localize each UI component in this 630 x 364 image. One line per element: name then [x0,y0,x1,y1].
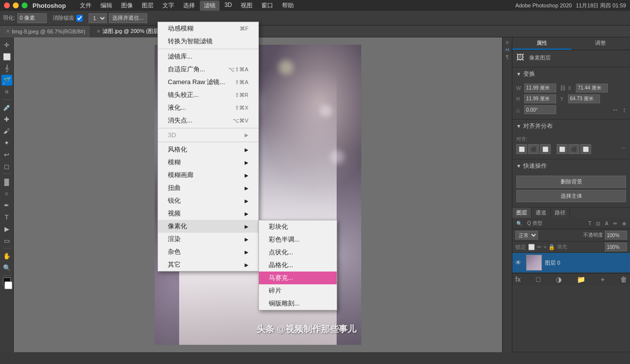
tool-sep-2 [2,174,11,174]
gradient-tool[interactable]: ▓ [1,176,12,187]
lock-pixels-icon[interactable]: ⬜ [528,244,535,250]
paragraph-icon[interactable]: ¶ [506,54,509,60]
pen-tool[interactable]: ✒ [1,200,12,211]
tab-timg[interactable]: ✕ timg-9.jpeg @ 66.7%(RGB/8#) [0,26,91,37]
x-label: X [568,86,574,91]
history-brush-tool[interactable]: ↩ [1,149,12,160]
layer-item-0[interactable]: 👁 图层 0 [512,253,630,273]
lock-artboard-icon[interactable]: + [543,244,546,250]
hand-tool[interactable]: ✋ [1,250,12,261]
layer-btn-4[interactable]: ✏ [611,220,619,227]
quick-actions-section: ▼ 快速操作 删除背景 选择主体 [512,159,630,208]
tab-adjustments[interactable]: 调整 [571,37,630,50]
document-tabs: ✕ timg-9.jpeg @ 66.7%(RGB/8#) ✕ 滤图.jpg @… [0,26,630,37]
select-and-mask[interactable]: 选择并遮住... [109,13,147,23]
antialias-checkbox[interactable] [76,13,83,23]
move-tool[interactable]: ✛ [1,39,12,50]
menu-view[interactable]: 视图 [237,0,256,11]
menu-window[interactable]: 窗口 [257,0,277,11]
add-mask-btn[interactable]: □ [536,275,540,283]
fill-input[interactable]: 100% [605,243,627,251]
opacity-input[interactable]: 100% [605,231,627,240]
eyedropper-tool[interactable]: 💉 [1,102,12,113]
align-middle-btn[interactable]: ⬛ [568,144,579,154]
layer-thumb-inner [527,255,541,270]
quick-actions-header[interactable]: ▼ 快速操作 [512,159,630,173]
tab-close-timg[interactable]: ✕ [6,29,10,34]
layer-visibility-toggle[interactable]: 👁 [515,259,523,266]
tab-properties[interactable]: 属性 [512,37,571,50]
layer-btn-5[interactable]: ⊕ [620,220,628,227]
menu-3d[interactable]: 3D [220,0,236,11]
w-input[interactable]: 11.99 厘米 [524,84,556,92]
menu-select[interactable]: 选择 [179,0,199,11]
layer-btn-2[interactable]: ⊡ [594,220,602,227]
tab-lv[interactable]: ✕ 滤图.jpg @ 200% (图层 1... * [91,26,177,37]
heal-tool[interactable]: ✚ [1,114,12,124]
brush-tool[interactable]: 🖌 [1,125,12,136]
menu-help[interactable]: 帮助 [278,0,298,11]
blend-mode-select[interactable]: 正常 [515,231,538,240]
text-tool[interactable]: T [1,212,12,222]
select-subject-button[interactable]: 选择主体 [516,190,626,202]
filter-icon[interactable]: 🔍 [514,220,524,227]
zoom-tool[interactable]: 🔍 [1,262,12,273]
lock-all-icon[interactable]: 🔒 [548,244,555,250]
clone-stamp-tool[interactable]: ✦ [1,137,12,148]
delete-layer-btn[interactable]: 🗑 [620,275,627,283]
minimize-button[interactable] [13,2,19,8]
layers-tab-paths[interactable]: 路径 [551,208,570,218]
background-color[interactable] [4,281,12,289]
remove-bg-button[interactable]: 删除背景 [516,176,626,188]
lock-position-icon[interactable]: ✏ [537,244,541,250]
x-input[interactable]: 71.44 厘米 [576,84,608,92]
flip-v-icon[interactable]: ↕ [623,106,626,114]
menu-text[interactable]: 文字 [158,0,178,11]
ai-icon[interactable]: AI [505,47,509,52]
align-top-btn[interactable]: ⬜ [557,144,567,154]
layer-btn-3[interactable]: A [603,220,610,227]
eraser-tool[interactable]: ◻ [1,161,12,172]
menu-layer[interactable]: 图层 [138,0,158,11]
add-adjustment-btn[interactable]: ◑ [556,275,562,283]
shape-tool[interactable]: ▭ [1,235,12,246]
properties-icon[interactable]: ≡ [505,39,508,45]
chain-icon[interactable]: ⛓ [560,85,566,91]
path-select-tool[interactable]: ▶ [1,223,12,234]
selection-mode[interactable]: 1 [89,13,107,23]
layer-btn-fx[interactable]: T [586,220,593,227]
more-icon[interactable]: ··· [621,144,626,154]
lasso-tool[interactable]: 𝄞 [1,63,12,74]
align-header[interactable]: ▼ 对齐并分布 [512,120,630,133]
menu-file[interactable]: 文件 [76,0,95,11]
add-group-btn[interactable]: 📁 [577,275,585,283]
filter-type-label[interactable]: Q 类型 [525,219,544,227]
flip-h-icon[interactable]: ↔ [612,106,619,114]
layers-tab-channels[interactable]: 通道 [532,208,551,218]
y-input[interactable]: 64.73 厘米 [568,94,600,103]
tab-close-lv[interactable]: ✕ [96,29,100,34]
maximize-button[interactable] [22,2,28,8]
align-bottom-btn[interactable]: ⬜ [580,144,591,154]
add-layer-btn[interactable]: + [600,275,604,283]
angle-input[interactable]: 0.00° [524,105,556,114]
h-input[interactable]: 11.99 厘米 [524,94,556,103]
menu-image[interactable]: 图像 [117,0,137,11]
feather-input[interactable]: 0 像素 [17,13,47,23]
layers-tab-layers[interactable]: 图层 [512,208,532,218]
align-center-btn[interactable]: ⬛ [528,144,539,154]
main-area: ✛ ⬜ 𝄞 🪄 ⌗ 💉 ✚ 🖌 ✦ ↩ ◻ ▓ ○ ✒ T ▶ ▭ ✋ 🔍 [0,37,630,352]
crop-tool[interactable]: ⌗ [1,87,12,97]
menu-filter[interactable]: 滤镜 [200,0,220,11]
magic-wand-tool[interactable]: 🪄 [1,75,12,86]
add-style-btn[interactable]: fx [515,275,521,283]
window-controls[interactable] [4,2,28,8]
close-button[interactable] [4,2,10,8]
align-right-btn[interactable]: ⬜ [540,144,551,154]
transform-arrow: ▼ [516,71,521,77]
dodge-tool[interactable]: ○ [1,188,12,199]
transform-header[interactable]: ▼ 变换 [512,67,630,81]
align-left-btn[interactable]: ⬜ [516,144,527,154]
menu-edit[interactable]: 编辑 [96,0,116,11]
rectangle-select-tool[interactable]: ⬜ [1,51,12,62]
